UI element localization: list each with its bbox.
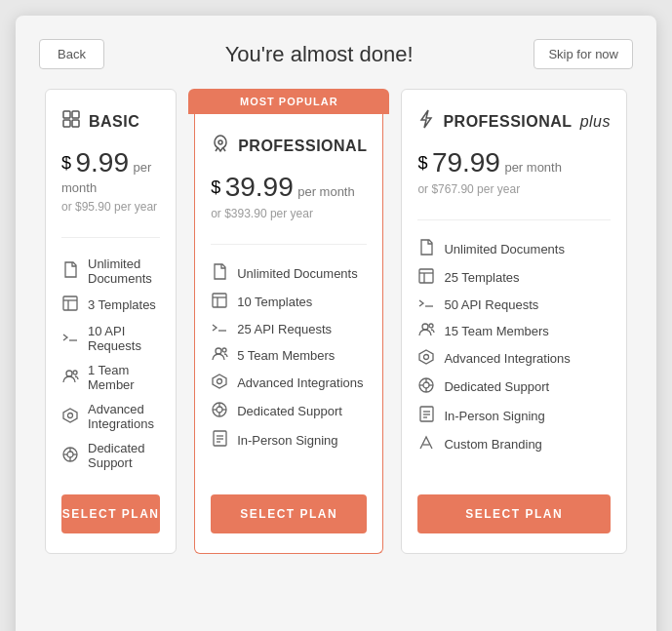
team-icon <box>61 370 79 386</box>
feature-list-professional: Unlimited Documents 10 Templates <box>211 258 367 475</box>
plan-name-row-basic: BASIC <box>61 109 160 134</box>
rocket-icon <box>211 134 230 158</box>
most-popular-badge: MOST POPULAR <box>188 89 389 114</box>
integration-icon <box>211 374 228 392</box>
doc-icon <box>417 239 435 258</box>
pricing-modal: Back You're almost done! Skip for now BA… <box>16 16 656 631</box>
template-icon <box>211 293 228 311</box>
svg-point-24 <box>222 348 226 352</box>
feature-support-basic: Dedicated Support <box>61 436 160 475</box>
back-button[interactable]: Back <box>39 39 104 69</box>
feature-team-pro: 5 Team Members <box>211 342 367 369</box>
svg-point-44 <box>424 355 429 360</box>
svg-marker-43 <box>419 350 433 364</box>
integration-icon <box>417 349 435 368</box>
team-icon <box>211 347 228 364</box>
feature-support-plus: Dedicated Support <box>417 373 611 401</box>
doc-icon <box>211 263 228 283</box>
support-icon <box>417 377 435 396</box>
modal-header: Back You're almost done! Skip for now <box>39 39 633 69</box>
svg-point-8 <box>66 371 72 376</box>
svg-point-41 <box>422 324 428 330</box>
svg-rect-2 <box>63 120 70 127</box>
feature-integrations-basic: Advanced Integrations <box>61 397 160 436</box>
svg-marker-10 <box>63 409 77 422</box>
feature-unlimited-docs-plus: Unlimited Documents <box>417 234 611 263</box>
svg-point-42 <box>429 324 433 328</box>
svg-rect-1 <box>72 111 79 118</box>
price-yearly-basic: or $95.90 per year <box>61 200 160 214</box>
plan-name-professional: PROFESSIONAL <box>238 138 367 155</box>
bolt-icon <box>417 109 435 134</box>
plan-name-row-plus: PROFESSIONAL plus <box>417 109 611 134</box>
svg-point-9 <box>73 371 77 375</box>
feature-brand-plus: Custom Branding <box>417 430 611 458</box>
divider-basic <box>61 237 160 238</box>
plan-basic: BASIC $ 9.99 per month or $95.90 per yea… <box>45 89 177 554</box>
grid-icon <box>61 109 81 134</box>
support-icon <box>61 447 79 465</box>
feature-sign-pro: In-Person Signing <box>211 425 367 454</box>
feature-api-basic: 10 API Requests <box>61 319 160 358</box>
plan-professional: PROFESSIONAL $ 39.99 per month or $393.9… <box>194 114 383 554</box>
api-icon <box>61 331 79 347</box>
svg-point-13 <box>67 452 73 457</box>
plan-price-professional: $ 39.99 per month <box>211 172 367 203</box>
feature-templates-pro: 10 Templates <box>211 288 367 316</box>
plan-price-plus: $ 79.99 per month <box>417 147 611 178</box>
support-icon <box>211 402 228 420</box>
select-plan-professional[interactable]: SELECT PLAN <box>211 494 367 533</box>
divider-plus <box>417 219 611 220</box>
svg-rect-37 <box>419 269 433 283</box>
feature-support-pro: Dedicated Support <box>211 397 367 425</box>
svg-rect-19 <box>213 294 226 307</box>
doc-icon <box>61 261 79 281</box>
price-period-plus: per month <box>504 160 562 175</box>
plan-name-basic: BASIC <box>89 113 139 131</box>
api-icon <box>211 321 228 337</box>
price-period-professional: per month <box>297 184 355 199</box>
plan-professional-plus: PROFESSIONAL plus $ 79.99 per month or $… <box>401 89 627 554</box>
price-yearly-professional: or $393.90 per year <box>211 207 367 220</box>
select-plan-plus[interactable]: SELECT PLAN <box>417 494 611 533</box>
feature-integrations-plus: Advanced Integrations <box>417 344 611 373</box>
template-icon <box>417 268 435 287</box>
plan-name-row-professional: PROFESSIONAL <box>211 134 367 158</box>
svg-point-11 <box>68 413 73 417</box>
svg-rect-4 <box>63 296 77 310</box>
feature-unlimited-docs-basic: Unlimited Documents <box>61 252 160 291</box>
svg-marker-25 <box>213 375 226 388</box>
feature-templates-plus: 25 Templates <box>417 263 611 292</box>
skip-button[interactable]: Skip for now <box>534 39 633 69</box>
svg-point-18 <box>218 140 222 144</box>
svg-point-28 <box>217 407 222 413</box>
svg-point-26 <box>217 379 222 384</box>
feature-list-plus: Unlimited Documents 25 Templates <box>417 234 611 475</box>
svg-rect-0 <box>63 111 70 118</box>
sign-icon <box>417 406 435 425</box>
price-amount-professional: 39.99 <box>225 172 294 202</box>
feature-templates-basic: 3 Templates <box>61 291 160 319</box>
select-plan-basic[interactable]: SELECT PLAN <box>61 494 160 533</box>
team-icon <box>417 323 435 339</box>
modal-title: You're almost done! <box>104 42 534 67</box>
feature-team-basic: 1 Team Member <box>61 358 160 397</box>
plans-container: BASIC $ 9.99 per month or $95.90 per yea… <box>39 89 633 554</box>
feature-api-plus: 50 API Requests <box>417 292 611 318</box>
integration-icon <box>61 408 79 426</box>
svg-point-46 <box>423 382 429 388</box>
feature-unlimited-docs-pro: Unlimited Documents <box>211 258 367 288</box>
feature-api-pro: 25 API Requests <box>211 316 367 342</box>
svg-point-23 <box>216 348 221 354</box>
feature-integrations-pro: Advanced Integrations <box>211 369 367 397</box>
divider-professional <box>211 244 367 245</box>
feature-sign-plus: In-Person Signing <box>417 401 611 430</box>
price-yearly-plus: or $767.90 per year <box>417 182 611 196</box>
feature-team-plus: 15 Team Members <box>417 318 611 344</box>
plan-name-suffix-plus: plus <box>580 113 611 131</box>
sign-icon <box>211 430 228 450</box>
brand-icon <box>417 435 435 454</box>
svg-rect-3 <box>72 120 79 127</box>
plan-professional-wrapper: MOST POPULAR PROFESSIONAL $ <box>188 89 389 554</box>
api-icon <box>417 296 435 313</box>
